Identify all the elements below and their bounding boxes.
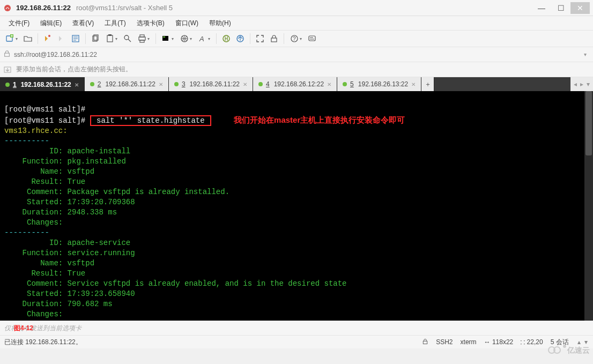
print-button[interactable]: ▾ (135, 32, 152, 45)
tab-close-icon[interactable]: ✕ (75, 82, 79, 88)
add-tab-button[interactable]: ＋ (421, 77, 434, 91)
copy-button[interactable] (89, 32, 102, 45)
hint-text: 要添加当前会话，点击左侧的箭头按钮。 (16, 65, 132, 74)
status-bar: 已连接 192.168.26.11:22。 SSH2 xterm ↔ 118x2… (0, 336, 593, 348)
menu-edit[interactable]: 编辑(E) (36, 17, 66, 29)
menu-file[interactable]: 文件(F) (4, 17, 34, 29)
terminal[interactable]: [root@vms11 salt]# [root@vms11 salt]# sa… (0, 91, 593, 321)
watermark-text: 亿速云 (567, 346, 590, 355)
watermark-icon (548, 346, 564, 355)
terminal-line: Duration: 2948.338 ms (4, 208, 117, 217)
status-dot-icon (174, 82, 179, 86)
terminal-line: Changes: (4, 310, 63, 318)
scrollbar-thumb[interactable] (585, 91, 592, 155)
status-up-button[interactable]: ▴ (577, 338, 581, 346)
status-down-button[interactable]: ▾ (584, 338, 588, 346)
tab-close-icon[interactable]: ✕ (327, 81, 331, 87)
tab-label: 192.168.26.11:22 (21, 81, 71, 88)
terminal-line: Comment: Package vsftpd is already insta… (4, 188, 229, 196)
reconnect-button[interactable] (41, 32, 54, 45)
status-dot-icon (343, 82, 347, 86)
status-lock-icon (422, 338, 428, 346)
add-session-arrow-icon[interactable] (3, 65, 12, 74)
status-nav: ▴ ▾ (576, 338, 589, 346)
window-title-main: 192.168.26.11:22 (16, 4, 71, 12)
toolbar-separator (216, 33, 217, 44)
svg-rect-23 (5, 53, 10, 56)
encoding-button[interactable]: ▾ (177, 32, 195, 45)
tab-3[interactable]: 3 192.168.26.11:22 ✕ (169, 77, 253, 91)
svg-rect-25 (423, 341, 427, 344)
terminal-line: ---------- (4, 228, 49, 237)
svg-rect-10 (139, 37, 145, 40)
terminal-line: Started: 17:39:20.709368 (4, 198, 135, 206)
tab-close-icon[interactable]: ✕ (243, 81, 247, 87)
menu-tab[interactable]: 选项卡(B) (132, 17, 169, 29)
compose-bar[interactable]: 仅将文本发送到当前选项卡 图4-12 (0, 321, 593, 336)
hint-bar: 要添加当前会话，点击左侧的箭头按钮。 (0, 62, 593, 77)
terminal-prompt: [root@vms11 salt]# (4, 105, 85, 114)
xftp-button[interactable] (234, 32, 247, 45)
color-scheme-button[interactable]: ▾ (159, 32, 176, 45)
tab-number: 1 (13, 81, 17, 88)
tabs-nav: ◂ ▸ ▾ (570, 77, 593, 91)
tab-number: 4 (266, 80, 270, 88)
paste-button[interactable]: ▾ (103, 32, 120, 45)
disconnect-button[interactable] (55, 32, 68, 45)
window-close-button[interactable]: ✕ (570, 2, 590, 14)
properties-button[interactable] (69, 32, 82, 45)
status-dot-icon (5, 83, 10, 87)
search-button[interactable] (121, 32, 134, 45)
window-minimize-button[interactable]: — (532, 2, 551, 14)
open-folder-button[interactable] (21, 32, 34, 45)
tab-label: 192.168.26.12:22 (274, 80, 324, 88)
svg-rect-22 (309, 36, 315, 41)
new-session-button[interactable]: ▾ (3, 32, 20, 45)
svg-rect-14 (163, 36, 165, 38)
terminal-scrollbar[interactable] (584, 91, 593, 321)
font-button[interactable]: A ▾ (196, 32, 213, 45)
tab-number: 5 (350, 80, 354, 88)
tab-1[interactable]: 1 192.168.26.11:22 ✕ (0, 77, 85, 91)
lock-icon (3, 50, 11, 59)
svg-text:A: A (199, 35, 204, 43)
tabs-next-button[interactable]: ▸ (580, 80, 583, 88)
help-button[interactable]: ? ▾ (287, 32, 305, 45)
tab-4[interactable]: 4 192.168.26.12:22 ✕ (253, 77, 337, 91)
terminal-line: Changes: (4, 218, 63, 227)
toolbar-separator (38, 33, 38, 44)
menu-view[interactable]: 查看(V) (68, 17, 98, 29)
tab-label: 192.168.26.11:22 (190, 80, 240, 88)
svg-rect-12 (140, 40, 144, 42)
tabs-prev-button[interactable]: ◂ (574, 80, 577, 88)
url-dropdown-caret[interactable]: ▾ (581, 51, 590, 57)
url-text[interactable]: ssh://root@192.168.26.11:22 (14, 51, 577, 58)
tabs-menu-button[interactable]: ▾ (587, 80, 590, 88)
status-size: ↔ 118x22 (484, 338, 514, 346)
terminal-line: ---------- (4, 137, 49, 145)
svg-rect-7 (107, 35, 113, 42)
status-term-type: xterm (461, 338, 477, 346)
toolbar-separator (250, 33, 250, 44)
figure-label: 图4-12 (14, 324, 33, 333)
menu-window[interactable]: 窗口(W) (171, 17, 203, 29)
terminal-line: Name: vsftpd (4, 259, 94, 268)
tab-close-icon[interactable]: ✕ (411, 81, 416, 87)
terminal-line: Function: service.running (4, 249, 135, 257)
xagent-button[interactable] (220, 32, 233, 45)
status-protocol: SSH2 (436, 338, 453, 346)
window-maximize-button[interactable]: ☐ (551, 2, 570, 14)
session-tabs: 1 192.168.26.11:22 ✕ 2 192.168.26.11:22 … (0, 77, 593, 91)
menu-help[interactable]: 帮助(H) (205, 17, 235, 29)
tab-2[interactable]: 2 192.168.26.11:22 ✕ (85, 77, 169, 91)
menu-tools[interactable]: 工具(T) (100, 17, 130, 29)
terminal-line: ID: apache-service (4, 239, 130, 247)
app-icon (3, 4, 12, 12)
tab-5[interactable]: 5 192.168.26.13:22 ✕ (337, 77, 421, 91)
fullscreen-button[interactable] (254, 32, 266, 45)
lock-button[interactable] (268, 32, 280, 45)
titlebar: 192.168.26.11:22 root@vms11:/srv/salt - … (0, 0, 593, 16)
compose-button[interactable] (306, 32, 318, 45)
tab-close-icon[interactable]: ✕ (159, 81, 163, 87)
window-title-sub: root@vms11:/srv/salt - Xshell 5 (76, 4, 173, 12)
